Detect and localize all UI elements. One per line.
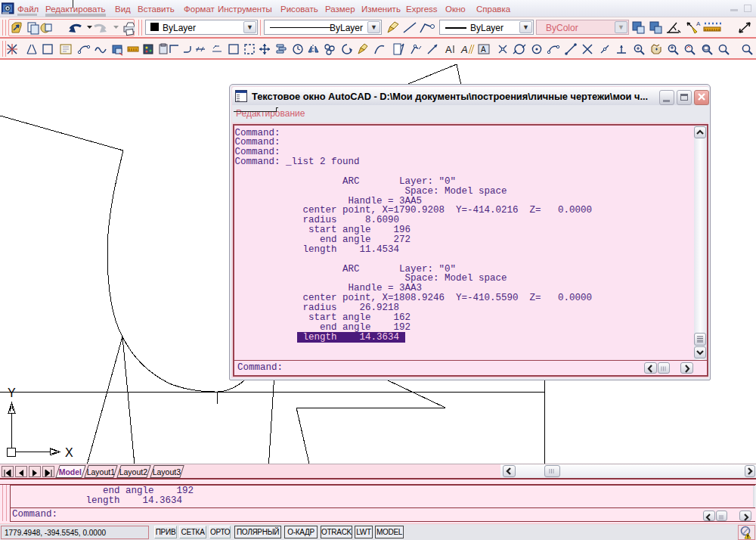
svg-text:A: A <box>696 20 701 27</box>
svg-text:X: X <box>65 446 73 459</box>
svg-text:A: A <box>460 44 468 55</box>
svg-text:A: A <box>481 45 486 54</box>
svg-text:Y: Y <box>8 386 16 399</box>
